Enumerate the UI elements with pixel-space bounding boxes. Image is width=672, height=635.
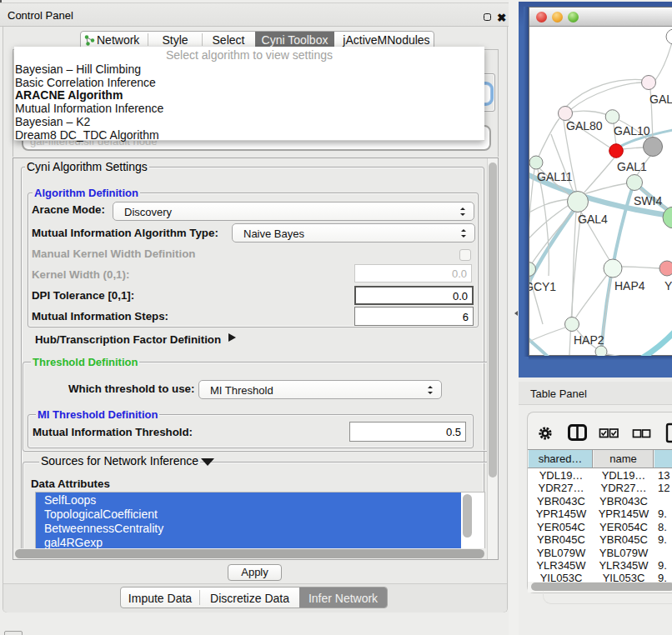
svg-text:GCY1: GCY1 [529, 280, 556, 293]
svg-text:GAL11: GAL11 [537, 170, 573, 183]
svg-text:SWI4: SWI4 [634, 194, 662, 208]
svg-text:HAP4: HAP4 [614, 279, 645, 292]
svg-text:GAL7: GAL7 [649, 92, 672, 106]
svg-text:GAL1: GAL1 [617, 160, 647, 173]
svg-text:GAL10: GAL10 [614, 124, 650, 138]
svg-text:YJ: YJ [664, 279, 672, 292]
svg-text:GAL4: GAL4 [578, 212, 608, 226]
svg-text:GAL80: GAL80 [566, 119, 603, 132]
svg-text:HAP2: HAP2 [574, 333, 604, 347]
